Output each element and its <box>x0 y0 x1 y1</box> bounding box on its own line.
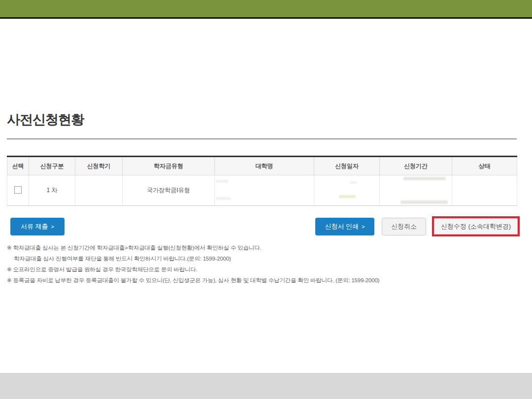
page-footer <box>0 373 532 399</box>
note-line: 학자금대출 심사 진행여부를 재단을 통해 반드시 확인하시기 바랍니다.(문의… <box>7 253 519 264</box>
modify-application-button[interactable]: 신청수정 (소속대학변경) <box>434 218 518 234</box>
header-apply-period: 신청기간 <box>380 157 452 175</box>
note-line: ※ 학자금대출 심사는 본 신청기간에 학자금대출>학자금대출 실행(신청현황)… <box>7 242 519 253</box>
notes-section: ※ 학자금대출 심사는 본 신청기간에 학자금대출>학자금대출 실행(신청현황)… <box>7 242 519 286</box>
redacted-text <box>403 177 446 180</box>
header-aid-type: 학자금유형 <box>123 157 215 175</box>
print-application-button[interactable]: 신청서 인쇄> <box>315 218 374 235</box>
print-application-label: 신청서 인쇄 <box>325 223 359 230</box>
header-select: 선택 <box>7 157 29 175</box>
cancel-application-button[interactable]: 신청취소 <box>382 218 426 235</box>
cell-status <box>452 175 517 206</box>
redacted-text <box>216 197 231 200</box>
cell-aid-type: 국가장학금Ⅰ유형 <box>123 175 215 206</box>
cell-apply-round: 1 차 <box>29 175 75 206</box>
chevron-right-icon: > <box>362 224 365 230</box>
redacted-text <box>400 200 448 204</box>
page-title: 사전신청현황 <box>7 111 84 129</box>
header-status: 상태 <box>452 157 517 175</box>
header-semester: 신청학기 <box>75 157 123 175</box>
page: 사전신청현황 선택 신청구분 신청학기 학자금유형 대학명 신청일자 신청기간 … <box>0 0 532 399</box>
redacted-text <box>350 181 357 184</box>
cell-select <box>7 175 29 206</box>
submit-documents-button[interactable]: 서류 제출> <box>10 218 65 235</box>
note-line: ※ 등록금을 자비로 납부한 경우 등록금대출이 불가할 수 있으니(단, 신입… <box>7 275 519 286</box>
cell-university <box>215 175 314 206</box>
header-university: 대학명 <box>215 157 314 175</box>
highlight-box: 신청수정 (소속대학변경) <box>432 216 520 236</box>
redacted-text <box>216 180 229 183</box>
cell-apply-date <box>314 175 380 206</box>
redacted-text <box>339 195 356 198</box>
row-select-checkbox[interactable] <box>14 186 22 194</box>
submit-documents-label: 서류 제출 <box>21 223 48 230</box>
header-apply-date: 신청일자 <box>314 157 380 175</box>
chevron-right-icon: > <box>51 224 54 230</box>
header-apply-round: 신청구분 <box>29 157 75 175</box>
top-banner <box>0 0 532 19</box>
title-divider <box>7 138 517 139</box>
table-header-row: 선택 신청구분 신청학기 학자금유형 대학명 신청일자 신청기간 상태 <box>7 157 517 175</box>
application-status-table: 선택 신청구분 신청학기 학자금유형 대학명 신청일자 신청기간 상태 1 차 <box>7 156 517 206</box>
cell-apply-period <box>380 175 452 206</box>
note-line: ※ 오프라인으로 증명서 발급을 원하실 경우 한국장학재단으로 문의 바랍니다… <box>7 264 519 275</box>
cell-semester <box>75 175 123 206</box>
table-row: 1 차 국가장학금Ⅰ유형 <box>7 175 517 206</box>
